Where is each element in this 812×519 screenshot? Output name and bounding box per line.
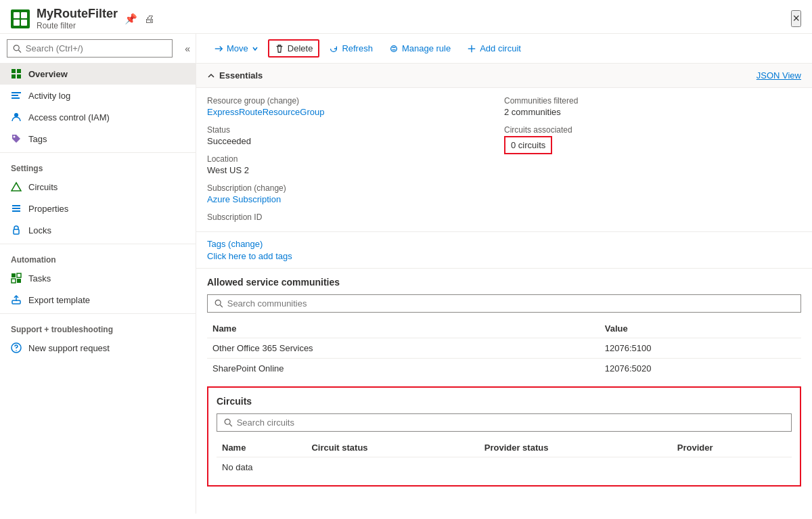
communities-table: Name Value Other Office 365 Services 120…: [207, 319, 801, 378]
resource-group-link[interactable]: ExpressRouteResourceGroup: [207, 107, 324, 117]
svg-rect-5: [17, 74, 21, 78]
sidebar-search-box[interactable]: [7, 39, 173, 58]
svg-marker-11: [12, 183, 21, 191]
sidebar-item-access-control-label: Access control (IAM): [28, 112, 110, 122]
divider-3: [0, 313, 196, 314]
title-text: MyRouteFilter Route filter: [37, 7, 118, 30]
sidebar-item-support-label: New support request: [28, 343, 110, 353]
table-row: Other Office 365 Services 12076:5100: [207, 338, 801, 359]
circuits-associated-label: Circuits associated: [504, 125, 801, 135]
sidebar-item-overview-label: Overview: [28, 69, 68, 79]
svg-rect-8: [12, 97, 20, 99]
page-title: MyRouteFilter: [37, 7, 118, 21]
communities-filtered-label: Communities filtered: [504, 96, 801, 106]
community-value-1: 12076:5020: [600, 359, 801, 379]
sidebar-item-properties-label: Properties: [28, 204, 68, 214]
divider-1: [0, 152, 196, 153]
svg-rect-3: [17, 69, 21, 73]
svg-point-0: [14, 45, 19, 50]
circuits-search-input[interactable]: [237, 418, 784, 428]
communities-search-field[interactable]: [207, 294, 801, 313]
svg-point-31: [225, 419, 230, 424]
subscription-link[interactable]: Azure Subscription: [207, 194, 281, 204]
add-icon: [467, 44, 476, 53]
table-row: SharePoint Online 12076:5020: [207, 359, 801, 379]
print-icon[interactable]: 🖨: [144, 13, 154, 24]
tags-add-link[interactable]: Click here to add tags: [207, 251, 292, 261]
refresh-icon: [329, 44, 338, 53]
circuits-section-title: Circuits: [217, 396, 792, 407]
tags-row: Tags (change) Click here to add tags: [196, 232, 812, 269]
sidebar: « Overview Activity log Access control (…: [0, 34, 196, 514]
move-button[interactable]: Move: [207, 39, 265, 58]
search-input[interactable]: [26, 43, 166, 53]
chevron-up-icon: [207, 72, 215, 80]
delete-button[interactable]: Delete: [268, 39, 320, 58]
resource-group-item: Resource group (change) ExpressRouteReso…: [207, 96, 504, 117]
search-icon: [13, 44, 22, 53]
search-circuits-icon: [224, 418, 233, 427]
svg-line-32: [229, 424, 232, 426]
triangle-icon: [11, 181, 22, 192]
json-view-link[interactable]: JSON View: [757, 70, 801, 81]
toolbar: Move Delete Refresh Manage rule Add circ…: [196, 34, 812, 64]
sidebar-item-tags[interactable]: Tags: [0, 128, 196, 150]
svg-point-22: [16, 350, 17, 351]
collapse-sidebar-button[interactable]: «: [179, 40, 196, 58]
communities-col-value: Value: [600, 319, 801, 338]
svg-rect-19: [17, 279, 21, 283]
sidebar-item-export[interactable]: Export template: [0, 289, 196, 311]
location-item: Location West US 2: [207, 154, 504, 175]
sidebar-item-activity-log[interactable]: Activity log: [0, 85, 196, 106]
move-chevron-icon: [252, 45, 258, 52]
allowed-communities-title: Allowed service communities: [207, 277, 801, 288]
sidebar-item-overview[interactable]: Overview: [0, 63, 196, 85]
close-button[interactable]: ×: [791, 10, 801, 27]
tags-change-link[interactable]: Tags (change): [207, 239, 263, 249]
manage-rule-button[interactable]: Manage rule: [382, 39, 457, 58]
communities-search-input[interactable]: [227, 298, 794, 309]
circuits-associated-badge: 0 circuits: [504, 136, 552, 154]
delete-icon: [275, 44, 284, 53]
svg-rect-14: [12, 210, 20, 212]
essentials-col-right: Communities filtered 2 communities Circu…: [504, 96, 801, 223]
svg-rect-15: [14, 229, 19, 234]
resource-group-label: Resource group (change): [207, 96, 504, 106]
community-name-1: SharePoint Online: [207, 359, 600, 379]
status-item: Status Succeeded: [207, 125, 504, 146]
essentials-grid: Resource group (change) ExpressRouteReso…: [196, 88, 812, 232]
add-circuit-button[interactable]: Add circuit: [460, 39, 528, 58]
title-bar: MyRouteFilter Route filter 📌 🖨 ×: [0, 0, 812, 34]
sidebar-item-locks[interactable]: Locks: [0, 219, 196, 241]
subscription-id-label: Subscription ID: [207, 212, 504, 222]
circuits-search-field[interactable]: [217, 413, 792, 432]
sidebar-item-activity-log-label: Activity log: [28, 91, 70, 101]
svg-rect-6: [12, 92, 21, 93]
essentials-header: Essentials JSON View: [196, 64, 812, 88]
communities-col-name: Name: [207, 319, 600, 338]
essentials-toggle[interactable]: Essentials: [207, 70, 263, 81]
sidebar-item-tasks[interactable]: Tasks: [0, 267, 196, 289]
sidebar-item-circuits[interactable]: Circuits: [0, 176, 196, 198]
svg-point-29: [215, 300, 221, 305]
section-automation: Automation: [0, 247, 196, 267]
sidebar-item-access-control[interactable]: Access control (IAM): [0, 106, 196, 128]
activity-icon: [11, 90, 22, 101]
subscription-value: Azure Subscription: [207, 194, 504, 204]
svg-point-24: [391, 45, 397, 51]
status-value: Succeeded: [207, 136, 504, 146]
section-settings: Settings: [0, 156, 196, 176]
pin-icon[interactable]: 📌: [125, 13, 137, 25]
svg-line-30: [220, 304, 223, 307]
svg-line-1: [18, 50, 21, 53]
tasks-icon: [11, 273, 22, 284]
circuits-col-provider: Provider: [672, 438, 792, 457]
sidebar-item-support[interactable]: New support request: [0, 337, 196, 359]
sidebar-item-circuits-label: Circuits: [28, 182, 58, 192]
sidebar-item-properties[interactable]: Properties: [0, 198, 196, 219]
search-communities-icon: [215, 299, 223, 308]
location-value: West US 2: [207, 165, 504, 175]
svg-rect-18: [12, 279, 16, 283]
svg-rect-17: [17, 273, 21, 277]
refresh-button[interactable]: Refresh: [322, 39, 380, 58]
